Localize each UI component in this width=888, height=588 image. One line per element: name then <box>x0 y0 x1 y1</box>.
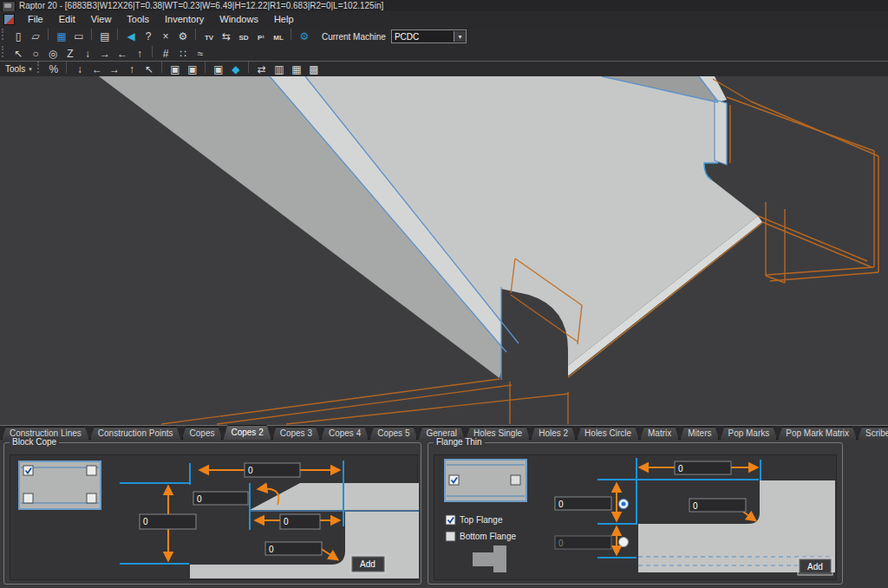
flange-thin-bottom-depth-input[interactable]: 0 <box>555 536 611 549</box>
cut-icon[interactable]: × <box>158 29 173 44</box>
scribe-lines-icon[interactable]: ≈ <box>193 46 208 61</box>
zoom-icon[interactable]: Z <box>62 46 78 61</box>
side-right-checkbox[interactable] <box>511 475 520 485</box>
layout-1-icon[interactable]: ▥ <box>271 62 287 77</box>
flange-thin-length-input[interactable]: 0 <box>675 461 731 474</box>
flange-thin-radius-input[interactable]: 0 <box>689 499 746 512</box>
folder-icon[interactable]: ▭ <box>71 29 87 44</box>
toolbar-separator <box>91 29 93 40</box>
chevron-down-icon: ▾ <box>29 66 32 73</box>
copy-all-icon[interactable]: ▣ <box>185 62 200 77</box>
title-bar: Raptor 20 - [6883B3|W12X26|T=0.38|WT=0.2… <box>0 0 888 11</box>
move-right-icon[interactable]: → <box>97 46 113 61</box>
settings-gear-icon[interactable]: ⚙ <box>175 29 191 44</box>
corner-top-left-checkbox[interactable] <box>23 466 33 475</box>
top-flange-checkbox[interactable] <box>446 515 455 525</box>
tab-copes-3[interactable]: Copes 3 <box>272 427 320 440</box>
chevron-down-icon[interactable]: ▾ <box>454 31 466 42</box>
layout-3-icon[interactable]: ▩ <box>306 62 322 77</box>
snap-diamond-icon[interactable]: ◆ <box>228 62 244 77</box>
circle-center-icon[interactable]: ◎ <box>45 46 61 61</box>
aml-icon[interactable]: ML <box>271 30 286 45</box>
toolbar-grip <box>2 29 6 40</box>
block-cope-add-button[interactable]: Add <box>350 555 386 573</box>
paste-icon[interactable]: ▣ <box>211 62 226 77</box>
layout-2-icon[interactable]: ▦ <box>289 62 304 77</box>
block-cope-length-input[interactable]: 0 <box>245 463 300 477</box>
points-icon[interactable]: ∷ <box>175 46 191 61</box>
svg-text:0: 0 <box>558 539 564 548</box>
top-depth-radio[interactable] <box>619 500 629 509</box>
sync-icon[interactable]: ⇄ <box>254 62 270 77</box>
menu-file[interactable]: File <box>20 14 51 24</box>
block-cope-depth-input[interactable]: 0 <box>140 514 196 529</box>
tab-copes-4[interactable]: Copes 4 <box>321 427 369 440</box>
pick-cursor-icon[interactable]: ↖ <box>141 62 157 77</box>
move-left-icon[interactable]: ← <box>114 46 130 61</box>
current-machine-label: Current Machine <box>322 32 386 42</box>
menu-windows[interactable]: Windows <box>212 14 266 24</box>
block-cope-width-input[interactable]: 0 <box>280 514 320 529</box>
nudge-up-icon[interactable]: ↑ <box>124 62 140 77</box>
new-file-icon[interactable]: ▯ <box>10 29 26 44</box>
block-cope-groupbox: Block Cope <box>3 442 421 585</box>
tab-miters[interactable]: Miters <box>680 427 719 440</box>
tab-copes[interactable]: Copes <box>182 427 223 440</box>
save-icon[interactable]: ▤ <box>97 29 113 44</box>
transfer-icon[interactable]: ⇆ <box>219 29 234 44</box>
menu-tools[interactable]: Tools <box>119 14 157 24</box>
measure-icon[interactable]: % <box>46 62 62 77</box>
tab-scribes[interactable]: Scribes <box>858 427 888 440</box>
tab-pop-marks[interactable]: Pop Marks <box>720 427 777 440</box>
flange-thin-add-button[interactable]: Add <box>798 558 832 575</box>
tools-dropdown-label: Tools <box>5 64 25 74</box>
toolbar-separator <box>161 62 163 73</box>
nudge-right-icon[interactable]: → <box>107 62 122 77</box>
menu-edit[interactable]: Edit <box>51 14 83 24</box>
corner-bottom-right-checkbox[interactable] <box>87 493 96 503</box>
menu-help[interactable]: Help <box>266 14 302 24</box>
svg-text:0: 0 <box>143 517 148 526</box>
toolbar-separator <box>152 46 153 57</box>
block-cope-title: Block Cope <box>10 437 59 447</box>
open-folder-icon[interactable]: ▱ <box>28 29 43 44</box>
current-machine-select[interactable]: PCDC ▾ <box>391 29 467 43</box>
corner-bottom-left-checkbox[interactable] <box>23 493 33 503</box>
circle-icon[interactable]: ○ <box>28 46 43 61</box>
nudge-down-icon[interactable]: ↓ <box>72 62 88 77</box>
bottom-flange-checkbox[interactable] <box>446 532 455 541</box>
toolbar-grip <box>37 62 42 73</box>
menu-view[interactable]: View <box>83 14 120 24</box>
back-icon[interactable]: ◀ <box>123 29 139 44</box>
menu-inventory[interactable]: Inventory <box>157 14 212 24</box>
bottom-depth-radio[interactable] <box>619 538 629 547</box>
tab-construction-points[interactable]: Construction Points <box>90 427 181 440</box>
tab-copes-5[interactable]: Copes 5 <box>369 427 417 440</box>
tab-copes-2[interactable]: Copes 2 <box>223 425 271 440</box>
sd-s2-icon[interactable]: SD <box>236 30 251 45</box>
3d-viewport[interactable] <box>0 76 888 425</box>
view-layout-icon[interactable]: ▦ <box>54 29 69 44</box>
tab-holes-circle[interactable]: Holes Circle <box>577 427 639 440</box>
tab-pop-mark-matrix[interactable]: Pop Mark Matrix <box>778 427 857 440</box>
nudge-left-icon[interactable]: ← <box>89 62 105 77</box>
p1-icon[interactable]: P¹ <box>253 30 269 45</box>
tools-dropdown-button[interactable]: Tools ▾ <box>2 64 36 74</box>
grid-icon[interactable]: # <box>158 46 173 61</box>
machine-gear-icon[interactable]: ⚙ <box>297 29 312 44</box>
corner-top-right-checkbox[interactable] <box>87 466 96 475</box>
rp-tv-icon[interactable]: TV <box>201 30 217 45</box>
svg-text:Add: Add <box>807 562 823 572</box>
move-down-icon[interactable]: ↓ <box>80 46 95 61</box>
help-icon[interactable]: ? <box>140 29 156 44</box>
tab-matrix[interactable]: Matrix <box>640 427 679 440</box>
tab-holes-2[interactable]: Holes 2 <box>531 427 576 440</box>
select-cursor-icon[interactable]: ↖ <box>10 46 26 61</box>
block-cope-angle-input[interactable]: 0 <box>193 492 248 505</box>
side-left-checkbox[interactable] <box>449 475 459 485</box>
block-cope-radius-input[interactable]: 0 <box>265 542 322 555</box>
svg-text:Add: Add <box>360 559 375 569</box>
flange-thin-top-depth-input[interactable]: 0 <box>555 497 611 510</box>
move-up-icon[interactable]: ↑ <box>132 46 147 61</box>
copy-icon[interactable]: ▣ <box>167 62 183 77</box>
